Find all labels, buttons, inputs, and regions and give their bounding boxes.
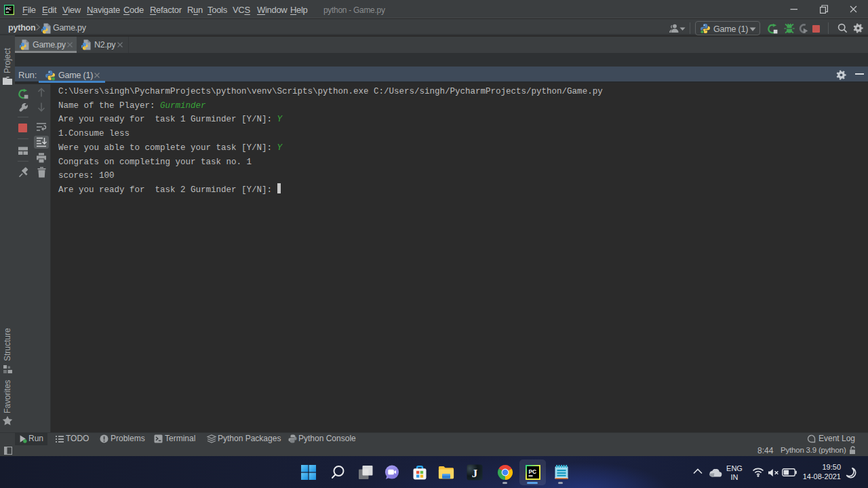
svg-text:J: J xyxy=(472,467,478,480)
svg-text:PC: PC xyxy=(528,468,536,475)
svg-text:PC: PC xyxy=(6,7,12,11)
